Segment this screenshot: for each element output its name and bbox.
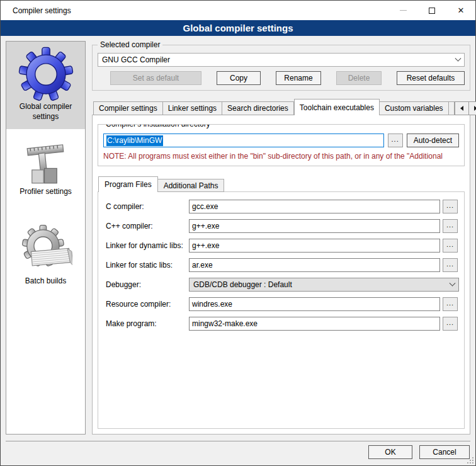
linker-static-browse-button[interactable]: ... [443, 258, 458, 272]
resource-compiler-input[interactable]: windres.exe [189, 297, 440, 311]
resource-compiler-browse-button[interactable]: ... [443, 297, 458, 311]
sidebar-item-batch-builds[interactable]: Batch builds [6, 219, 85, 294]
auto-detect-button[interactable]: Auto-detect [407, 134, 459, 147]
page-title: Global compiler settings [1, 20, 475, 36]
window-controls: ✕ [388, 1, 475, 20]
toolchain-executables-panel: Compiler's installation directory C:\ray… [92, 115, 470, 435]
field-label: C++ compiler: [103, 222, 186, 230]
tab-scroll-left-button[interactable] [455, 101, 469, 115]
debugger-select[interactable]: GDB/CDB debugger : Default [189, 278, 459, 292]
form-row-linker-dynamic: Linker for dynamic libs: g++.exe ... [103, 239, 459, 253]
form-row-linker-static: Linker for static libs: ar.exe ... [103, 258, 459, 272]
installation-directory-group: Compiler's installation directory C:\ray… [98, 124, 465, 166]
maximize-button[interactable] [417, 1, 446, 20]
form-row-make-program: Make program: mingw32-make.exe ... [103, 317, 459, 331]
tab-scroll-right-button[interactable] [469, 101, 476, 115]
resize-grip[interactable] [467, 457, 473, 463]
c-compiler-input[interactable]: gcc.exe [189, 200, 440, 213]
installation-directory-input[interactable]: C:\raylib\MinGW [103, 134, 384, 147]
subtab-additional-paths[interactable]: Additional Paths [158, 179, 225, 192]
cpp-compiler-input[interactable]: g++.exe [189, 219, 440, 233]
footer: OK Cancel [1, 441, 475, 465]
maximize-icon [429, 8, 435, 14]
tab-scroll-buttons [455, 101, 476, 115]
sidebar-item-label: Profiler settings [9, 187, 82, 197]
dialog-content: Global compiler settings [1, 36, 475, 441]
selected-compiler-group: Selected compiler GNU GCC Compiler Set a… [92, 45, 470, 91]
installation-directory-group-label: Compiler's installation directory [103, 124, 213, 128]
sidebar-item-global-compiler-settings[interactable]: Global compiler settings [6, 42, 85, 129]
field-label: Resource compiler: [103, 300, 186, 309]
window-title: Compiler settings [1, 6, 71, 15]
reset-defaults-button[interactable]: Reset defaults [397, 71, 465, 85]
form-row-resource-compiler: Resource compiler: windres.exe ... [103, 297, 459, 311]
main-panel: Selected compiler GNU GCC Compiler Set a… [92, 41, 470, 435]
tab-custom-variables[interactable]: Custom variables [380, 101, 449, 115]
installation-directory-row: C:\raylib\MinGW ... Auto-detect [103, 134, 459, 147]
settings-category-list: Global compiler settings [6, 41, 86, 435]
minimize-icon [400, 10, 407, 11]
ok-button[interactable]: OK [368, 445, 412, 459]
blue-gear-icon [9, 47, 82, 102]
rename-button[interactable]: Rename [276, 71, 321, 85]
cpp-compiler-browse-button[interactable]: ... [443, 219, 458, 233]
linker-dynamic-browse-button[interactable]: ... [443, 239, 458, 253]
compiler-select[interactable]: GNU GCC Compiler [98, 53, 465, 67]
program-files-panel: C compiler: gcc.exe ... C++ compiler: g+… [98, 191, 465, 429]
titlebar: Compiler settings ✕ [1, 1, 475, 20]
close-icon: ✕ [458, 6, 465, 14]
sidebar-item-label: Batch builds [9, 276, 82, 287]
set-as-default-button[interactable]: Set as default [110, 71, 201, 85]
linker-static-input[interactable]: ar.exe [189, 258, 440, 272]
gray-gear-stack-icon [9, 224, 82, 276]
tab-toolchain-executables[interactable]: Toolchain executables [294, 99, 380, 115]
installation-directory-browse-button[interactable]: ... [388, 134, 403, 147]
tab-search-directories[interactable]: Search directories [222, 101, 294, 115]
form-row-c-compiler: C compiler: gcc.exe ... [103, 200, 459, 213]
field-label: Linker for static libs: [103, 261, 186, 270]
subtab-program-files[interactable]: Program Files [98, 176, 158, 192]
tab-compiler-settings[interactable]: Compiler settings [93, 101, 163, 115]
field-label: Make program: [103, 319, 186, 328]
make-program-browse-button[interactable]: ... [443, 317, 458, 331]
delete-button[interactable]: Delete [336, 71, 382, 85]
toolchain-subtabbar: Program Files Additional Paths [98, 176, 465, 192]
compiler-buttons-row: Set as default Copy Rename Delete Reset … [98, 71, 465, 85]
installation-directory-selected-text: C:\raylib\MinGW [106, 135, 163, 146]
linker-dynamic-input[interactable]: g++.exe [189, 239, 440, 253]
tab-linker-settings[interactable]: Linker settings [163, 101, 222, 115]
compiler-select-value: GNU GCC Compiler [102, 55, 456, 64]
minimize-button[interactable] [388, 1, 417, 20]
form-row-debugger: Debugger: GDB/CDB debugger : Default [103, 278, 459, 292]
copy-button[interactable]: Copy [217, 71, 261, 85]
sidebar-item-label: Global compiler settings [9, 102, 82, 122]
cancel-button[interactable]: Cancel [419, 445, 470, 459]
arrow-left-icon [460, 106, 463, 111]
make-program-input[interactable]: mingw32-make.exe [189, 317, 440, 331]
field-label: Debugger: [103, 280, 186, 289]
field-label: C compiler: [103, 202, 186, 211]
settings-tabbar: Compiler settings Linker settings Search… [92, 99, 470, 115]
compiler-settings-dialog: Compiler settings ✕ Global compiler sett… [0, 0, 476, 466]
tab-build-options-clipped[interactable]: Build options [449, 101, 455, 115]
field-label: Linker for dynamic libs: [103, 241, 186, 250]
sidebar-item-profiler-settings[interactable]: Profiler settings [6, 135, 85, 205]
selected-compiler-group-label: Selected compiler [98, 40, 162, 49]
caliper-icon [9, 140, 82, 187]
close-button[interactable]: ✕ [446, 1, 475, 20]
bin-subdirectory-note: NOTE: All programs must exist either in … [103, 152, 459, 161]
debugger-select-value: GDB/CDB debugger : Default [193, 280, 450, 289]
form-row-cpp-compiler: C++ compiler: g++.exe ... [103, 219, 459, 233]
chevron-down-icon [455, 55, 462, 61]
chevron-down-icon [450, 280, 456, 286]
c-compiler-browse-button[interactable]: ... [443, 200, 458, 213]
